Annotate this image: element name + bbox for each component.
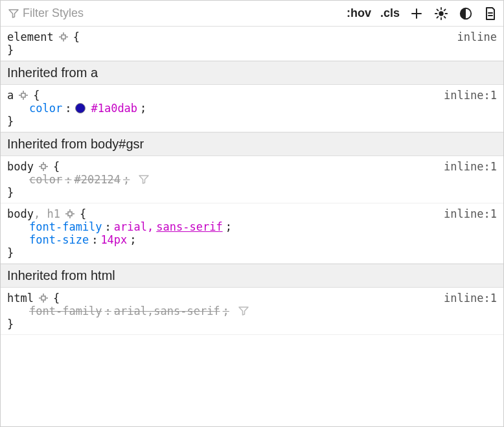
new-rule-button[interactable] [409, 7, 424, 20]
value[interactable]: #202124 [74, 173, 120, 186]
selector[interactable]: body, h1 [7, 207, 60, 220]
selector[interactable]: element [7, 30, 54, 43]
highlight-selector-icon[interactable] [64, 208, 76, 220]
svg-line-7 [437, 16, 438, 17]
value-link[interactable]: sans-serif [156, 220, 222, 233]
light-mode-button[interactable] [433, 6, 449, 21]
rule-source[interactable]: inline:1 [444, 292, 497, 305]
svg-line-8 [444, 9, 446, 10]
open-brace: { [73, 30, 80, 43]
declaration-font-family-overridden[interactable]: font-family: arial,sans-serif; [7, 305, 497, 317]
svg-line-6 [444, 16, 446, 17]
open-brace: { [33, 89, 40, 102]
svg-rect-12 [41, 165, 45, 168]
rule-body[interactable]: inline:1 body { color: #202124; } [1, 156, 503, 203]
property[interactable]: font-family [29, 220, 102, 233]
selector[interactable]: body [7, 160, 34, 173]
svg-point-0 [439, 11, 443, 16]
moon-icon [459, 6, 473, 21]
cls-button[interactable]: .cls [380, 6, 400, 20]
close-brace: } [7, 246, 14, 259]
print-simulation-button[interactable] [483, 6, 498, 21]
overridden-filter-icon[interactable] [139, 174, 149, 185]
value[interactable]: arial,sans-serif [114, 305, 220, 317]
svg-rect-13 [68, 212, 72, 216]
close-brace: } [7, 186, 14, 199]
funnel-icon [8, 8, 19, 19]
inherited-header-html: Inherited from html [1, 264, 503, 288]
plus-icon [410, 7, 423, 20]
page-icon [484, 6, 497, 21]
highlight-selector-icon[interactable] [58, 31, 69, 43]
svg-rect-11 [21, 93, 25, 97]
close-brace: } [7, 43, 14, 56]
declaration-font-family[interactable]: font-family: arial,sans-serif; [7, 220, 497, 233]
highlight-selector-icon[interactable] [17, 89, 29, 101]
value[interactable]: #1a0dab [91, 102, 137, 115]
value[interactable]: arial, [114, 220, 154, 233]
overridden-filter-icon[interactable] [238, 306, 249, 316]
dark-mode-button[interactable] [458, 6, 474, 21]
svg-line-5 [437, 9, 438, 10]
rule-source[interactable]: inline:1 [444, 160, 497, 173]
rule-element[interactable]: inline element { } [1, 27, 503, 61]
color-swatch[interactable] [75, 103, 86, 113]
hov-button[interactable]: :hov [347, 6, 371, 20]
open-brace: { [53, 292, 60, 305]
rule-source[interactable]: inline:1 [444, 207, 497, 220]
rule-html[interactable]: inline:1 html { font-family: arial,sans-… [1, 288, 503, 335]
sun-icon [434, 6, 448, 21]
rule-source[interactable]: inline:1 [444, 89, 497, 102]
toolbar-actions: :hov .cls [347, 6, 498, 21]
declaration-font-size[interactable]: font-size: 14px; [7, 233, 497, 246]
inherited-header-a: Inherited from a [1, 61, 503, 85]
styles-toolbar: :hov .cls [1, 1, 503, 27]
open-brace: { [80, 207, 86, 220]
highlight-selector-icon[interactable] [38, 161, 49, 172]
rule-a[interactable]: inline:1 a { color: #1a0dab; } [1, 85, 503, 132]
selector[interactable]: a [7, 89, 14, 102]
inherited-header-body: Inherited from body#gsr [1, 132, 503, 156]
close-brace: } [7, 317, 14, 330]
rule-body-h1[interactable]: inline:1 body, h1 { font-family: arial,s… [1, 203, 503, 264]
declaration-color[interactable]: color: #1a0dab; [7, 102, 497, 115]
svg-rect-10 [62, 35, 65, 39]
svg-rect-14 [41, 296, 45, 300]
rules-panel: inline element { } Inherited from a inli… [1, 27, 503, 335]
rule-source[interactable]: inline [457, 30, 497, 43]
highlight-selector-icon[interactable] [38, 292, 49, 304]
close-brace: } [7, 115, 14, 128]
property[interactable]: color [29, 102, 62, 115]
property[interactable]: font-size [29, 233, 89, 246]
filter-styles-input[interactable] [23, 6, 347, 20]
selector[interactable]: html [7, 292, 34, 305]
declaration-color-overridden[interactable]: color: #202124; [7, 173, 497, 186]
value[interactable]: 14px [100, 233, 127, 246]
property[interactable]: color [29, 173, 62, 186]
property[interactable]: font-family [29, 305, 102, 317]
open-brace: { [53, 160, 60, 173]
